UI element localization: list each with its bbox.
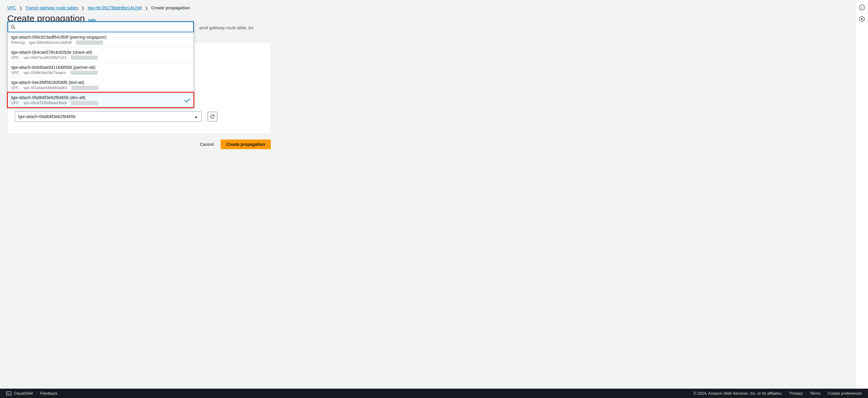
breadcrumb: VPC ❯ Transit gateway route tables ❯ tgw… [7,5,847,10]
dropdown-option[interactable]: tgw-attach-0c645ae9311648508 (partner-at… [7,62,194,77]
breadcrumb-route-tables[interactable]: Transit gateway route tables [25,5,78,10]
cancel-button[interactable]: Cancel [200,142,214,147]
terminal-icon [6,391,11,396]
option-type: VPC [11,70,19,75]
copyright-text: © 2024, Amazon Web Services, Inc. or its… [693,391,783,396]
dropdown-search-input[interactable] [18,22,191,32]
option-type: VPC [11,86,19,90]
option-primary: tgw-attach-099c823adf641f69f (peering-si… [11,35,190,39]
dropdown-option[interactable]: tgw-attach-0b4cae578c4c82b3e (share-att)… [7,47,194,62]
terms-link[interactable]: Terms [810,391,820,396]
option-primary: tgw-attach-0fa9b6f3e62f8465b (dev-att) [11,95,190,100]
option-type: VPC [11,101,19,105]
option-sub-id: vpc-0f1a4ae446d90ad64 [24,86,67,90]
info-circle-icon [859,4,865,11]
refresh-button[interactable] [208,112,217,122]
dropdown-option[interactable]: tgw-attach-0ee3f9f56283f36f0 (test-att) … [7,77,194,92]
svg-point-3 [861,19,863,20]
cookie-preferences-link[interactable]: Cookie preferences [828,391,862,396]
option-primary: tgw-attach-0b4cae578c4c82b3e (share-att) [11,50,190,55]
privacy-link[interactable]: Privacy [790,391,803,396]
option-primary: tgw-attach-0c645ae9311648508 (partner-at… [11,65,190,70]
option-sub-id: vpc-04d7ecd832f8d7c21 [24,55,66,60]
feedback-link[interactable]: Feedback [40,391,57,396]
dropdown-option[interactable]: tgw-attach-099c823adf641f69f (peering-si… [7,32,194,47]
refresh-icon [210,114,215,119]
option-sub-id: vpc-05c67f26d9aad30e9 [24,101,67,105]
dropdown-option-selected[interactable]: tgw-attach-0fa9b6f3e62f8465b (dev-att) V… [7,92,194,107]
chevron-right-icon: ❯ [81,6,85,10]
hexagon-icon [859,16,865,22]
redacted-block [71,86,98,90]
redacted-block [76,40,103,45]
breadcrumb-current: Create propagation [151,5,190,10]
option-sub-id: vpc-03dfe3dc09c7eaacc [24,70,66,75]
info-panel-toggle[interactable] [859,4,865,11]
attachment-dropdown: tgw-attach-099c823adf641f69f (peering-si… [7,21,194,108]
attachment-select[interactable]: tgw-attach-0fa9b6f3e62f8465b ▲ [15,111,202,122]
redacted-block [71,101,98,105]
help-panel-rail [855,0,868,389]
search-icon [10,25,16,29]
caret-up-icon: ▲ [194,114,198,119]
form-actions: Cancel Create propagation [7,139,271,149]
redacted-block [70,71,98,75]
breadcrumb-route-table-id[interactable]: tgw-rtb-09275bde9be14c246 [88,5,142,10]
dropdown-search[interactable] [7,22,194,32]
svg-point-0 [11,25,14,28]
cloudshell-label: CloudShell [14,391,33,396]
option-primary: tgw-attach-0ee3f9f56283f36f0 (test-att) [11,80,190,85]
dropdown-options-list: tgw-attach-099c823adf641f69f (peering-si… [7,32,194,107]
chevron-right-icon: ❯ [145,6,148,10]
redacted-block [71,56,98,60]
svg-point-2 [862,6,862,7]
svg-rect-4 [6,391,11,395]
create-propagation-button[interactable]: Create propagation [221,139,271,149]
cloudshell-button[interactable]: CloudShell [6,391,33,396]
breadcrumb-vpc[interactable]: VPC [7,5,16,10]
option-sub-id: tgw-00bc80cbce1cdd54f [29,40,72,45]
option-type: Peering [11,40,25,45]
option-type: VPC [11,55,19,60]
attachment-select-value: tgw-attach-0fa9b6f3e62f8465b [18,114,75,119]
settings-panel-toggle[interactable] [859,16,865,22]
console-footer: CloudShell Feedback © 2024, Amazon Web S… [0,389,868,398]
chevron-right-icon: ❯ [19,6,22,10]
